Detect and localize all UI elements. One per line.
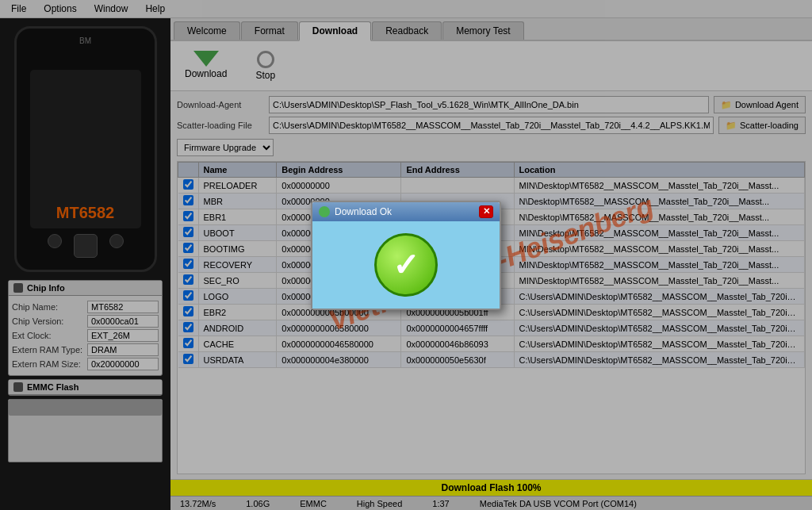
modal-title-left: Download Ok [319, 206, 392, 217]
modal-success-icon: ✓ [374, 233, 438, 297]
modal-title-icon [319, 206, 330, 217]
modal-title-bar: Download Ok ✕ [312, 202, 500, 221]
modal-overlay: Download Ok ✕ ✓ [0, 0, 812, 510]
modal-close-button[interactable]: ✕ [479, 205, 493, 218]
download-ok-modal: Download Ok ✕ ✓ [311, 201, 501, 310]
checkmark-icon: ✓ [393, 247, 419, 283]
modal-title-text: Download Ok [335, 206, 392, 217]
modal-body: ✓ [312, 221, 500, 309]
